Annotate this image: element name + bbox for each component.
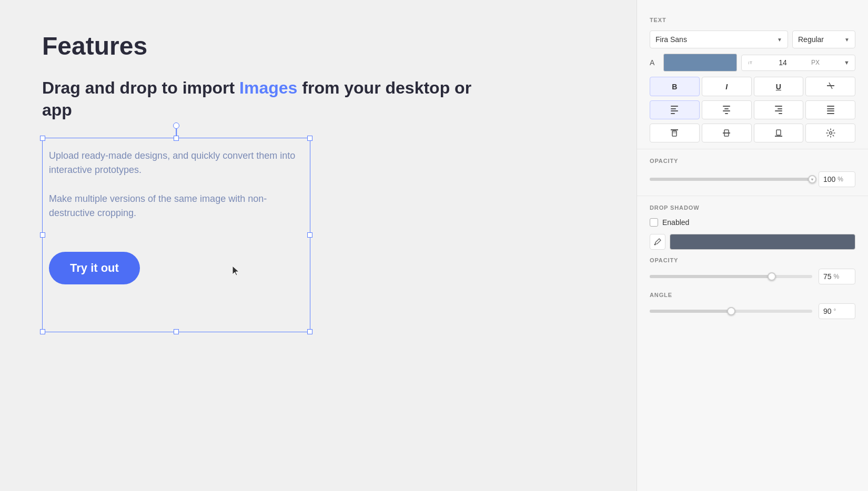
shadow-opacity-slider-fill [650, 275, 772, 278]
eyedropper-icon [653, 238, 662, 246]
font-size-unit: PX [811, 59, 820, 66]
shadow-opacity-value: 75 [823, 272, 832, 281]
handle-top-left[interactable] [40, 136, 45, 141]
opacity-value: 100 [823, 175, 835, 183]
drag-drop-link: Images [239, 78, 297, 97]
opacity-value-input[interactable]: 100 % [819, 171, 855, 187]
handle-mid-left[interactable] [40, 232, 45, 238]
font-select-chevron: ▼ [777, 37, 782, 43]
features-heading: Features [42, 32, 489, 60]
text-color-swatch[interactable] [663, 54, 737, 71]
drop-shadow-label: DROP SHADOW [650, 204, 855, 211]
underline-button[interactable]: U [754, 77, 804, 96]
handle-top-center[interactable] [174, 136, 179, 141]
handle-mid-right[interactable] [307, 232, 312, 238]
align-justify-icon [827, 106, 834, 114]
font-family-select[interactable]: Fira Sans ▼ [650, 30, 788, 48]
canvas-area: Features Drag and drop to import Images … [0, 0, 637, 491]
upload-text: Upload ready-made designs, and quickly c… [49, 149, 299, 177]
svg-rect-3 [671, 129, 678, 130]
color-size-row: A ↕T 14 PX ▼ [650, 54, 855, 71]
italic-button[interactable]: I [702, 77, 752, 96]
shadow-opacity-unit: % [834, 273, 840, 280]
align-right-icon [775, 106, 782, 114]
valign-bottom-icon [774, 128, 783, 138]
angle-unit: ° [834, 308, 836, 315]
handle-bot-center[interactable] [174, 329, 179, 334]
shadow-opacity-slider[interactable] [650, 275, 812, 278]
strikethrough-icon [826, 81, 835, 91]
shadow-opacity-slider-thumb[interactable] [768, 272, 776, 281]
angle-slider[interactable] [650, 310, 812, 313]
opacity-slider-thumb[interactable] [808, 175, 816, 183]
angle-value: 90 [823, 307, 832, 315]
align-center-button[interactable] [702, 100, 752, 119]
opacity-slider[interactable] [650, 178, 812, 181]
make-multiple-text: Make multiple versions of the same image… [49, 192, 299, 220]
font-size-input-group[interactable]: ↕T 14 PX ▼ [741, 55, 855, 71]
font-size-value: 14 [779, 58, 787, 67]
handle-bot-right[interactable] [307, 329, 312, 334]
align-center-icon [723, 106, 730, 114]
settings-icon [826, 128, 835, 138]
selected-text-container[interactable]: Upload ready-made designs, and quickly c… [42, 138, 310, 332]
shadow-opacity-label: OPACITY [650, 257, 855, 263]
bold-button[interactable]: B [650, 77, 700, 96]
try-it-out-button[interactable]: Try it out [49, 252, 140, 284]
valign-top-icon [670, 128, 679, 138]
angle-slider-thumb[interactable] [727, 307, 735, 315]
valign-middle-button[interactable] [702, 124, 752, 142]
align-left-icon [671, 106, 678, 114]
opacity-slider-fill [650, 178, 812, 181]
align-right-button[interactable] [754, 100, 804, 119]
opacity-slider-row: 100 % [650, 171, 855, 187]
shadow-opacity-slider-row: 75 % [650, 269, 855, 284]
font-size-dropdown[interactable]: ▼ [844, 59, 850, 66]
svg-text:↕T: ↕T [748, 60, 752, 65]
font-size-icon: ↕T [747, 58, 754, 67]
svg-rect-5 [672, 131, 677, 134]
align-justify-button[interactable] [805, 100, 855, 119]
angle-label: ANGLE [650, 292, 855, 298]
font-row: Fira Sans ▼ Regular ▼ [650, 30, 855, 48]
svg-point-10 [829, 132, 832, 135]
opacity-unit: % [837, 176, 843, 183]
valign-bottom-button[interactable] [754, 124, 804, 142]
text-settings-button[interactable] [805, 124, 855, 142]
drop-shadow-section: DROP SHADOW Enabled OPACITY [637, 196, 868, 328]
text-section-label: TEXT [650, 17, 855, 23]
shadow-enabled-label: Enabled [662, 218, 689, 227]
italic-icon: I [725, 83, 728, 91]
font-weight-select[interactable]: Regular ▼ [792, 30, 855, 48]
shadow-enabled-checkbox[interactable] [650, 218, 658, 227]
opacity-section: OPACITY 100 % [637, 149, 868, 196]
align-row [650, 100, 855, 119]
svg-rect-9 [776, 130, 781, 135]
rotation-handle[interactable] [173, 122, 179, 129]
svg-point-11 [654, 244, 656, 246]
color-a-label: A [650, 58, 659, 67]
enabled-row: Enabled [650, 218, 855, 227]
shadow-color-picker-icon[interactable] [650, 234, 665, 250]
handle-bot-left[interactable] [40, 329, 45, 334]
shadow-opacity-slider-track [650, 275, 812, 278]
angle-slider-row: 90 ° [650, 303, 855, 319]
canvas-content: Features Drag and drop to import Images … [42, 32, 489, 332]
font-weight-label: Regular [798, 35, 824, 44]
angle-slider-fill [650, 310, 731, 313]
opacity-slider-track [650, 178, 812, 181]
valign-row [650, 124, 855, 142]
angle-slider-track [650, 310, 812, 313]
opacity-section-label: OPACITY [650, 158, 855, 164]
handle-top-right[interactable] [307, 136, 312, 141]
rotation-line [176, 128, 177, 136]
angle-value-input[interactable]: 90 ° [819, 303, 855, 319]
align-left-button[interactable] [650, 100, 700, 119]
drag-drop-text: Drag and drop to import Images from your… [42, 77, 489, 121]
strikethrough-button[interactable] [805, 77, 855, 96]
valign-top-button[interactable] [650, 124, 700, 142]
weight-select-chevron: ▼ [844, 37, 850, 43]
svg-rect-8 [775, 136, 782, 137]
shadow-color-swatch[interactable] [670, 234, 855, 250]
shadow-opacity-value-input[interactable]: 75 % [819, 269, 855, 284]
